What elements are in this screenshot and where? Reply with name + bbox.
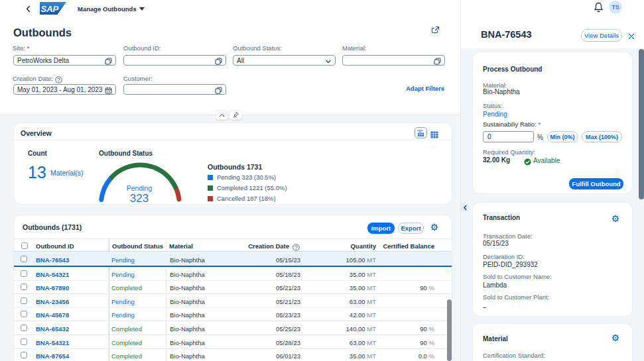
svg-text:SAP: SAP <box>41 4 59 14</box>
